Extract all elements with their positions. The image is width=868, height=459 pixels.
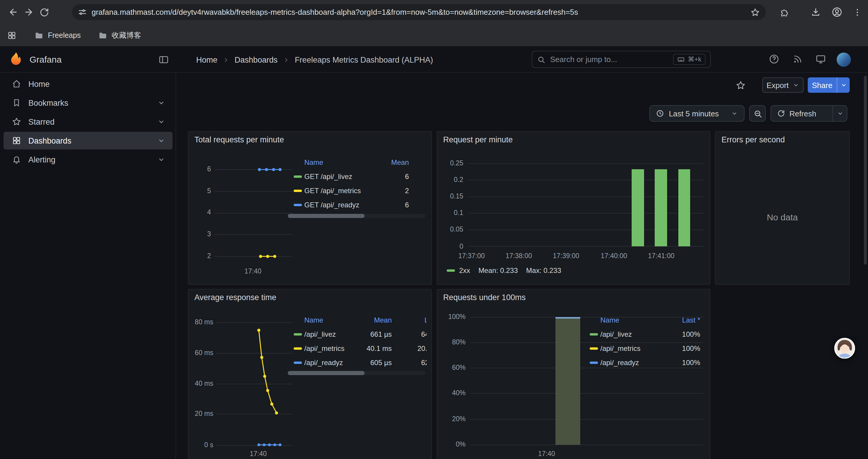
chevron-down-icon[interactable] — [157, 99, 165, 107]
legend-header-mean[interactable]: Mean — [376, 158, 409, 167]
sidebar-item-starred[interactable]: Starred — [4, 113, 173, 131]
bookmark-folder-blog[interactable]: 收藏博客 — [98, 30, 141, 41]
legend-swatch — [447, 270, 455, 272]
search-input[interactable] — [550, 55, 668, 64]
legend-name[interactable]: GET /api/_readyz — [304, 201, 376, 209]
sidebar-collapse-icon[interactable] — [158, 54, 169, 65]
grafana-logo[interactable] — [8, 52, 24, 67]
brand-title: Grafana — [30, 54, 61, 64]
monitor-icon — [815, 54, 826, 64]
export-button[interactable]: Export — [762, 77, 804, 93]
legend-name[interactable]: /api/_metrics — [600, 345, 665, 353]
downloads-button[interactable] — [808, 5, 823, 20]
chart-canvas[interactable] — [215, 162, 292, 266]
help-icon — [769, 54, 779, 64]
legend-hscrollbar[interactable] — [288, 214, 426, 218]
legend-row[interactable]: /api/_livez 100% — [590, 327, 700, 341]
forward-button[interactable] — [21, 5, 36, 20]
breadcrumb-home[interactable]: Home — [196, 55, 217, 64]
apps-button[interactable] — [7, 30, 17, 41]
breadcrumb-dashboards[interactable]: Dashboards — [235, 55, 278, 64]
chart-canvas[interactable] — [468, 159, 703, 251]
y-axis-label: 0.2 — [441, 176, 463, 183]
legend-header-last[interactable]: Last * — [392, 316, 427, 324]
legend-row[interactable]: /api/_readyz 605 µs 620 µs — [294, 356, 427, 370]
share-chevron-button[interactable] — [837, 81, 850, 89]
legend-header-name[interactable]: Name — [600, 316, 665, 324]
export-label: Export — [766, 80, 788, 90]
refresh-button[interactable]: Refresh — [771, 109, 833, 118]
search-box[interactable]: ⌘+k — [532, 51, 711, 68]
legend-name[interactable]: 2xx — [459, 266, 470, 275]
legend-swatch — [294, 348, 302, 350]
sidebar-item-bookmarks[interactable]: Bookmarks — [4, 94, 173, 112]
download-icon — [811, 7, 821, 17]
legend-header-name[interactable]: Name — [304, 158, 376, 167]
legend-header-mean[interactable]: Mean — [366, 316, 392, 324]
help-button[interactable] — [769, 54, 779, 64]
refresh-group: Refresh — [771, 105, 847, 122]
panel-title[interactable]: Total requests per minute — [194, 135, 284, 144]
chart-canvas[interactable] — [217, 318, 292, 454]
legend-name[interactable]: /api/_livez — [304, 330, 366, 338]
x-axis-label: 17:40:00 — [596, 252, 632, 259]
chevron-down-icon[interactable] — [157, 155, 165, 164]
panel-title[interactable]: Requests under 100ms — [443, 293, 526, 302]
extensions-button[interactable] — [777, 5, 792, 20]
chevron-down-icon[interactable] — [157, 136, 165, 145]
share-button[interactable]: Share — [808, 77, 850, 93]
legend-name[interactable]: GET /api/_livez — [304, 172, 376, 181]
panel-title[interactable]: Average response time — [194, 293, 276, 302]
panel-title[interactable]: Request per minute — [443, 135, 513, 144]
legend-name[interactable]: /api/_metrics — [304, 345, 366, 353]
bookmark-folder-freeleaps[interactable]: Freeleaps — [34, 30, 81, 41]
legend-row[interactable]: GET /api/_readyz 6 — [294, 198, 409, 212]
legend-header-last[interactable]: Last * — [665, 316, 700, 324]
assistant-avatar[interactable] — [834, 337, 856, 359]
refresh-interval-button[interactable] — [833, 110, 847, 117]
site-info-icon[interactable] — [78, 8, 87, 17]
legend-row[interactable]: /api/_metrics 100% — [590, 341, 700, 356]
legend-last: 100% — [665, 359, 700, 367]
chevron-right-icon — [283, 57, 289, 63]
back-button[interactable] — [6, 5, 21, 20]
legend-row[interactable]: /api/_readyz 100% — [590, 356, 700, 370]
legend-name[interactable]: /api/_readyz — [600, 359, 665, 367]
favorite-star-icon[interactable] — [736, 80, 746, 90]
legend-row[interactable]: GET /api/_metrics 2 — [294, 184, 409, 198]
url-bar[interactable]: grafana.mathmast.com/d/deytv4rwavabkb/fr… — [72, 4, 766, 20]
news-button[interactable] — [793, 54, 803, 64]
legend-row[interactable]: /api/_livez 661 µs 646 µs — [294, 327, 427, 341]
legend-row[interactable]: GET /api/_livez 6 — [294, 169, 409, 184]
legend-name[interactable]: /api/_readyz — [304, 359, 366, 367]
legend-header-name[interactable]: Name — [304, 316, 366, 324]
monitor-button[interactable] — [815, 54, 826, 64]
bookmark-star-icon[interactable] — [750, 7, 760, 17]
bookmark-icon — [12, 98, 21, 107]
sidebar-item-label: Dashboards — [28, 136, 71, 145]
zoom-out-button[interactable] — [749, 105, 766, 122]
breadcrumb-current: Freeleaps Metrics Dashboard (ALPHA) — [295, 55, 433, 64]
time-range-button[interactable]: Last 5 minutes — [649, 105, 745, 122]
reload-button[interactable] — [37, 5, 52, 20]
sidebar-item-alerting[interactable]: Alerting — [4, 151, 173, 168]
sidebar-item-home[interactable]: Home — [4, 75, 173, 93]
chevron-down-icon — [840, 81, 847, 89]
browser-menu-button[interactable] — [850, 5, 864, 20]
page-scrollbar[interactable] — [864, 76, 867, 265]
legend-mean: 2 — [376, 187, 409, 195]
legend-item[interactable]: 2xx — [447, 266, 470, 275]
legend-hscrollbar[interactable] — [288, 371, 426, 375]
browser-profile-button[interactable] — [830, 5, 844, 20]
legend-swatch — [294, 362, 302, 364]
user-avatar[interactable] — [837, 53, 851, 67]
panel-title[interactable]: Errors per second — [721, 135, 785, 144]
legend-row[interactable]: /api/_metrics 40.1 ms 20.5 ms — [294, 341, 427, 356]
sidebar: Home Bookmarks Starred Dashboards Alerti… — [0, 73, 176, 459]
sidebar-item-dashboards[interactable]: Dashboards — [4, 132, 173, 150]
url-text[interactable]: grafana.mathmast.com/d/deytv4rwavabkb/fr… — [92, 8, 746, 17]
legend-mean: 6 — [376, 201, 409, 209]
legend-name[interactable]: GET /api/_metrics — [304, 187, 376, 195]
chevron-down-icon[interactable] — [157, 118, 165, 126]
legend-name[interactable]: /api/_livez — [600, 330, 665, 338]
